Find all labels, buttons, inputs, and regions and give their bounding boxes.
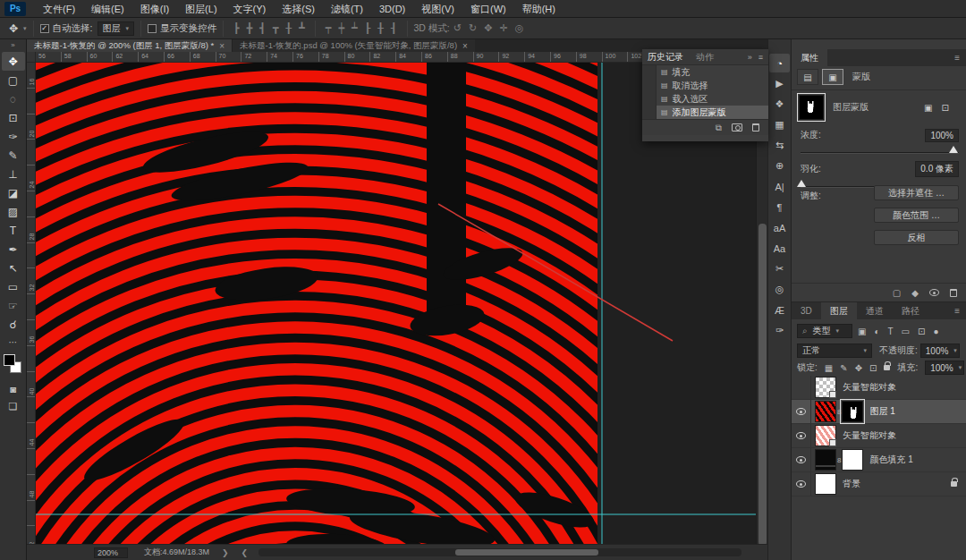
menu-item-1[interactable]: 编辑(E) xyxy=(83,0,132,18)
toolbar-collapse-icon[interactable]: » xyxy=(0,39,26,52)
filter-type-icon[interactable]: T xyxy=(888,327,894,336)
path-select-tool[interactable]: ↖ xyxy=(2,259,25,277)
mask-link-icon[interactable]: 8 xyxy=(837,408,841,416)
select-and-mask-button[interactable]: 选择并遮住 … xyxy=(874,185,959,200)
close-icon[interactable]: × xyxy=(462,41,468,51)
snapshot-camera-icon[interactable] xyxy=(732,123,742,132)
filter-smart-icon[interactable]: ⊡ xyxy=(918,327,925,336)
distribute-middle-icon[interactable]: ┿ xyxy=(338,22,344,34)
scroll-left-icon[interactable]: ❮ xyxy=(242,548,249,557)
close-icon[interactable]: × xyxy=(219,41,225,51)
filter-pixel-icon[interactable]: ▣ xyxy=(858,327,866,336)
glyphs-panel-icon[interactable]: Æ xyxy=(769,301,790,319)
layer-thumbnail[interactable] xyxy=(815,377,836,398)
layer-thumbnail[interactable] xyxy=(815,425,836,446)
screen-mode-icon[interactable]: ❏ xyxy=(0,401,26,412)
apply-mask-icon[interactable]: ◆ xyxy=(911,288,919,298)
3d-rotate-icon[interactable]: ↺ xyxy=(453,22,462,34)
panel-menu-icon[interactable]: ≡ xyxy=(758,53,763,62)
mask-thumbnail[interactable] xyxy=(842,401,863,422)
blend-mode-dropdown[interactable]: 正常 ▾ xyxy=(797,344,872,358)
libraries-panel-icon[interactable]: ✂ xyxy=(769,259,790,278)
pixel-layer-props-icon[interactable]: ▤ xyxy=(797,69,818,85)
3d-scale-icon[interactable]: ◎ xyxy=(515,22,524,34)
tab-通道[interactable]: 通道 xyxy=(857,302,893,319)
visibility-toggle[interactable] xyxy=(792,400,811,423)
distribute-right-icon[interactable]: ┨ xyxy=(391,22,397,34)
mask-visibility-icon[interactable] xyxy=(929,289,939,296)
lock-position-icon[interactable]: ✥ xyxy=(855,363,862,373)
filter-type-dropdown[interactable]: ⌕ 类型 ▾ xyxy=(797,324,852,338)
tab-actions[interactable]: 动作 xyxy=(696,51,714,64)
lock-artboard-icon[interactable]: ⊡ xyxy=(869,363,877,373)
distribute-center-icon[interactable]: ╂ xyxy=(377,22,384,34)
status-flyout-icon[interactable]: ❯ xyxy=(222,548,229,557)
feather-value[interactable]: 0.0 像素 xyxy=(915,161,959,177)
menu-item-2[interactable]: 图像(I) xyxy=(132,0,177,18)
edit-toolbar-icon[interactable]: ⋯ xyxy=(0,337,26,347)
visibility-toggle[interactable] xyxy=(792,448,811,471)
document-tab-active[interactable]: 未标题-1-恢复的 @ 200% (图层 1, 图层蒙版/8) * × xyxy=(27,39,232,52)
vertical-scrollbar-thumb[interactable] xyxy=(758,224,767,546)
density-value[interactable]: 100% xyxy=(925,129,959,142)
visibility-toggle[interactable] xyxy=(792,424,811,447)
color-swatches[interactable] xyxy=(3,354,24,378)
align-top-icon[interactable]: ┳ xyxy=(273,22,279,34)
menu-item-0[interactable]: 文件(F) xyxy=(35,0,83,18)
layer-row-0[interactable]: 矢量智能对象 xyxy=(792,376,966,400)
panel-expand-icon[interactable]: » xyxy=(748,53,752,62)
align-left-icon[interactable]: ┣ xyxy=(233,22,240,34)
history-brush-source[interactable] xyxy=(642,65,657,79)
gradient-tool[interactable]: ▨ xyxy=(2,202,25,221)
density-slider-thumb[interactable] xyxy=(949,146,958,153)
paragraph-styles-panel-icon[interactable]: Aa xyxy=(769,239,790,258)
clone-stamp-tool[interactable]: ⊥ xyxy=(2,165,25,183)
filter-adjustment-icon[interactable]: ◐ xyxy=(874,327,879,336)
hand-tool[interactable]: ☞ xyxy=(2,296,25,315)
align-right-icon[interactable]: ┫ xyxy=(259,22,266,34)
color-panel-icon[interactable]: ❖ xyxy=(769,95,790,114)
lock-transparent-icon[interactable]: ▦ xyxy=(825,363,833,373)
brush-settings-panel-icon[interactable]: ✑ xyxy=(769,321,790,340)
clone-source-panel-icon[interactable]: ⊕ xyxy=(769,157,790,175)
lasso-tool[interactable]: ◌ xyxy=(2,89,25,108)
brushes-panel-icon[interactable]: ◎ xyxy=(769,280,790,299)
vertical-ruler[interactable]: 16202428323640444852 xyxy=(27,63,36,544)
history-state-3[interactable]: ▤添加图层蒙版 xyxy=(642,106,768,119)
tool-preset-caret-icon[interactable]: ▾ xyxy=(23,25,27,32)
layer-thumbnail[interactable] xyxy=(815,401,836,422)
horizontal-scrollbar-thumb[interactable] xyxy=(455,549,598,556)
history-state-2[interactable]: ▤载入选区 xyxy=(642,92,768,106)
distribute-top-icon[interactable]: ┯ xyxy=(326,22,332,34)
history-brush-source[interactable] xyxy=(642,106,657,119)
layer-row-3[interactable]: 8颜色填充 1 xyxy=(792,448,966,472)
density-slider[interactable] xyxy=(801,152,959,154)
foreground-color-swatch[interactable] xyxy=(4,354,15,366)
menu-item-4[interactable]: 文字(Y) xyxy=(225,0,275,18)
menu-item-5[interactable]: 选择(S) xyxy=(274,0,323,18)
layer-thumbnail[interactable] xyxy=(815,449,836,471)
mask-thumbnail[interactable] xyxy=(799,95,824,120)
quick-mask-icon[interactable]: ◙ xyxy=(0,384,26,395)
actions-panel-icon[interactable]: ▶ xyxy=(769,74,790,93)
layer-row-1[interactable]: 8图层 1 xyxy=(792,400,966,424)
menu-item-8[interactable]: 视图(V) xyxy=(413,0,462,18)
mask-link-icon[interactable]: 8 xyxy=(837,456,841,464)
zoom-level-field[interactable]: 200% xyxy=(94,547,128,558)
type-tool[interactable]: T xyxy=(2,221,25,240)
shape-tool[interactable]: ▭ xyxy=(2,277,25,296)
history-brush-source[interactable] xyxy=(642,79,657,92)
vector-mask-icon[interactable]: ▣ xyxy=(924,103,932,113)
crop-tool[interactable]: ⊡ xyxy=(2,108,25,127)
menu-item-7[interactable]: 3D(D) xyxy=(371,0,413,18)
delete-mask-icon[interactable] xyxy=(950,289,957,297)
zoom-tool[interactable]: ☌ xyxy=(2,315,25,334)
brush-tool[interactable]: ✎ xyxy=(2,146,25,165)
menu-item-10[interactable]: 帮助(H) xyxy=(514,0,564,18)
distribute-bottom-icon[interactable]: ┷ xyxy=(352,22,358,34)
mask-props-icon[interactable]: ▣ xyxy=(822,69,843,85)
filter-toggle-icon[interactable]: ● xyxy=(933,327,938,336)
mask-options-icon[interactable]: ⊡ xyxy=(941,103,948,113)
visibility-toggle[interactable] xyxy=(792,472,811,496)
panel-menu-icon[interactable]: ≡ xyxy=(948,302,966,319)
